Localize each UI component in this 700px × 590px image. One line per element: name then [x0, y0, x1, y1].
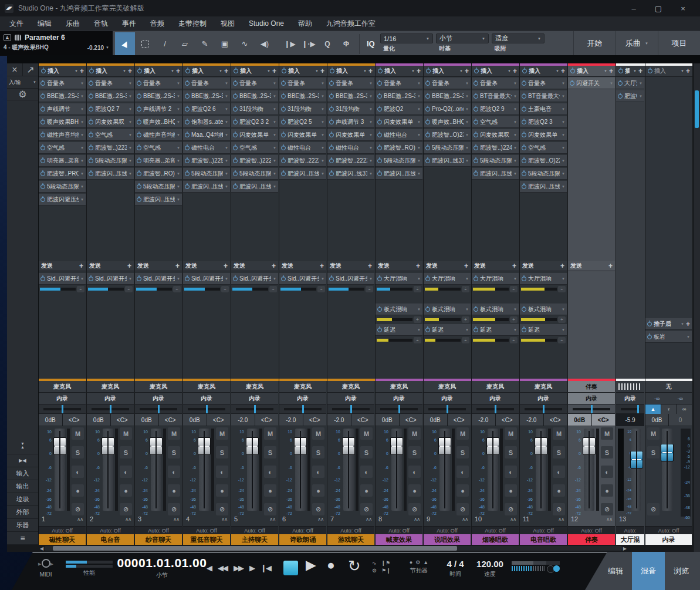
time-display[interactable]: 00001.01.01.00 小节 — [115, 556, 209, 579]
mute-button[interactable]: M — [505, 427, 517, 440]
meter-mode-icon[interactable]: ∧∧ — [558, 517, 564, 522]
plugin-dropdown-icon[interactable]: ▼ — [562, 82, 565, 85]
plugin-dropdown-icon[interactable]: ▼ — [273, 146, 276, 150]
automation-mode[interactable]: Auto: Off — [327, 526, 374, 534]
listen-tool[interactable]: ◀) — [255, 32, 275, 55]
output-select[interactable]: 内录 — [231, 393, 278, 404]
insert-slot[interactable]: 肥波智..)224▼ — [472, 142, 519, 154]
plugin-dropdown-icon[interactable]: ▼ — [417, 146, 421, 150]
insert-slot[interactable]: BT音量最大化▼ — [520, 90, 567, 102]
insert-slot[interactable]: 闪麦效果单▼ — [520, 129, 567, 141]
add-send-icon[interactable]: + — [272, 262, 276, 270]
send-level-slider[interactable]: ÷ — [377, 336, 421, 343]
meter-mode-icon[interactable]: ∧∧ — [269, 517, 275, 522]
next-bar-button[interactable]: ▶ — [249, 564, 254, 572]
insert-slot[interactable]: 暖声效..BHQ3▼ — [424, 116, 471, 128]
send-slider-handle[interactable]: ÷ — [462, 316, 469, 323]
plugin-power-icon[interactable] — [233, 159, 238, 163]
insert-slot[interactable]: 闪麦效果单▼ — [231, 129, 278, 141]
send-dropdown-icon[interactable]: ▼ — [562, 277, 565, 281]
time-signature[interactable]: 4 / 4 时间 — [442, 559, 468, 578]
plugin-power-icon[interactable] — [185, 146, 190, 150]
input-select[interactable]: 麦克风 — [135, 381, 182, 393]
plugin-dropdown-icon[interactable]: ▼ — [225, 185, 228, 188]
send-slot[interactable]: 大厅混响▼ — [376, 273, 422, 285]
insert-slot[interactable]: 音量条▼ — [472, 77, 519, 89]
meter-mode-icon[interactable]: ∧∧ — [221, 517, 227, 522]
metronome-block[interactable]: ●⚙▲ 节拍器 — [404, 559, 434, 575]
channel-name[interactable]: 诗歌朗诵 — [279, 534, 326, 545]
send-level-slider[interactable]: ÷ — [377, 285, 421, 292]
insert-slot[interactable]: 5段动态压限▼ — [39, 181, 86, 193]
insert-slot[interactable]: 空气感▼ — [135, 142, 182, 154]
insert-slot[interactable]: 音量条▼ — [87, 77, 134, 89]
fader-cap[interactable] — [583, 437, 596, 455]
mic-stand-icon[interactable]: ♀ — [661, 404, 677, 414]
inserts-header[interactable]: 插入▼+ — [87, 66, 134, 77]
gain-value[interactable]: 0dB — [135, 414, 158, 426]
plugin-power-icon[interactable] — [40, 146, 45, 150]
plugin-power-icon[interactable] — [233, 171, 238, 176]
insert-slot[interactable]: 肥波智..O)22▼ — [520, 155, 567, 167]
send-power-icon[interactable] — [329, 277, 334, 281]
plugin-dropdown-icon[interactable]: ▼ — [369, 95, 373, 98]
send-slot[interactable]: Sid..闪避开关▼ — [135, 273, 182, 285]
channel-name[interactable]: 烟嗓唱歌 — [472, 534, 519, 545]
plugin-dropdown-icon[interactable]: ▼ — [639, 95, 642, 98]
timebase-select[interactable]: 小节▼ — [436, 33, 489, 43]
plugin-dropdown-icon[interactable]: ▼ — [369, 159, 373, 163]
fader-track[interactable] — [536, 429, 546, 511]
inserts-dropdown-icon[interactable]: ▼ — [123, 69, 126, 73]
plugin-power-icon[interactable] — [137, 107, 141, 112]
insert-slot[interactable]: 肥波Q2▼ — [376, 103, 422, 115]
pan-control[interactable] — [231, 404, 278, 414]
insert-slot[interactable]: 闪麦效果单▼ — [327, 129, 374, 141]
plugin-dropdown-icon[interactable]: ▼ — [639, 82, 642, 85]
inserts-dropdown-icon[interactable]: ▼ — [681, 69, 684, 73]
previous-bar-button[interactable]: ◀ — [207, 564, 211, 572]
plugin-power-icon[interactable] — [522, 184, 526, 189]
play-button[interactable]: ▶ — [306, 557, 316, 573]
send-power-icon[interactable] — [233, 277, 238, 281]
console-button-乐器[interactable]: 乐器 — [7, 519, 38, 532]
sends-header[interactable]: 发送+ — [183, 261, 230, 271]
insert-slot[interactable]: 肥波闪..压线39▼ — [183, 181, 230, 193]
maximize-button[interactable]: ▢ — [646, 0, 671, 16]
plugin-dropdown-icon[interactable]: ▼ — [128, 146, 132, 150]
inserts-header[interactable]: 插入▼+ — [376, 66, 423, 77]
plugin-dropdown-icon[interactable]: ▼ — [225, 172, 228, 176]
plugin-dropdown-icon[interactable]: ▼ — [465, 159, 469, 163]
plugin-power-icon[interactable] — [233, 81, 238, 86]
add-insert-icon[interactable]: + — [224, 67, 228, 75]
plugin-power-icon[interactable] — [89, 171, 93, 176]
record-dot-icon[interactable]: ● — [410, 559, 412, 565]
insert-slot[interactable]: 肥波闪..压线37▼ — [87, 168, 134, 180]
pan-value[interactable]: <C> — [351, 414, 375, 426]
gain-value[interactable]: -2.0 — [231, 414, 255, 426]
plugin-power-icon[interactable] — [40, 171, 45, 176]
plugin-power-icon[interactable] — [281, 94, 286, 99]
fader-cap[interactable] — [198, 437, 211, 455]
record-arm-button[interactable]: ● — [312, 484, 324, 497]
pan-control[interactable] — [472, 404, 519, 414]
insert-slot[interactable]: 空气感▼ — [520, 142, 567, 154]
loop-button[interactable]: ↻ — [348, 557, 361, 575]
parameter-value[interactable]: -0.210 — [87, 45, 104, 51]
plugin-dropdown-icon[interactable]: ▼ — [562, 95, 565, 98]
console-button-垃圾[interactable]: 垃圾 — [7, 493, 38, 506]
pan-control[interactable] — [183, 404, 230, 414]
add-send-icon[interactable]: + — [560, 262, 564, 270]
inserts-dropdown-icon[interactable]: ▼ — [75, 69, 78, 73]
insert-slot[interactable]: 磁性电台▼ — [376, 129, 422, 141]
plugin-power-icon[interactable] — [570, 81, 574, 86]
plugin-dropdown-icon[interactable]: ▼ — [80, 172, 84, 176]
insert-slot[interactable]: 肥波Q2 6▼ — [183, 103, 230, 115]
plugin-power-icon[interactable] — [185, 94, 190, 99]
send-level-slider[interactable]: ÷ — [377, 316, 421, 323]
plugin-dropdown-icon[interactable]: ▼ — [177, 82, 180, 85]
hamburger-icon[interactable]: ≡ — [7, 532, 38, 545]
send-level-slider[interactable]: ÷ — [329, 285, 373, 292]
insert-slot[interactable]: 肥波智..O)23▼ — [424, 129, 471, 141]
plugin-dropdown-icon[interactable]: ▼ — [562, 172, 565, 176]
record-arm-button[interactable]: ● — [456, 484, 469, 497]
